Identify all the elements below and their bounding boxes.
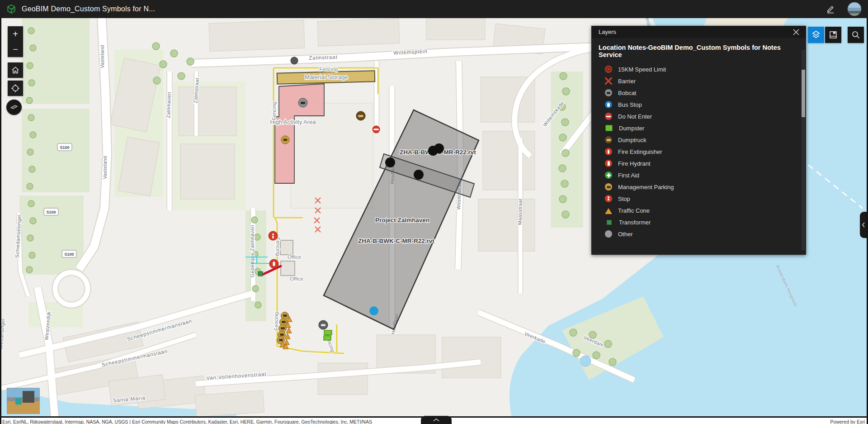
transformer-icon: [607, 220, 612, 225]
svg-text:Project Zalmhaven: Project Zalmhaven: [375, 217, 429, 224]
layers-panel-title: Layers: [599, 29, 616, 35]
home-button[interactable]: [8, 62, 23, 78]
locate-button[interactable]: [8, 81, 23, 96]
powered-by-esri: Powered by Esri: [830, 419, 866, 424]
stop-marker: [269, 231, 278, 240]
bobcat-icon: [605, 89, 612, 96]
fire-hydrant-icon: [605, 160, 612, 167]
search-icon[interactable]: [848, 27, 864, 43]
legend-item[interactable]: Bus Stop: [591, 99, 806, 110]
dumptruck-icon: [605, 136, 612, 143]
dumpster-icon: [605, 125, 613, 131]
bottom-panel-collapse-tab[interactable]: [421, 416, 452, 424]
svg-text:High Activity Area: High Activity Area: [270, 119, 316, 125]
geobim-logo-icon: [6, 4, 16, 14]
svg-text:Fencing: Fencing: [275, 238, 281, 256]
legend-item[interactable]: Fire Hydrant: [591, 157, 806, 169]
bus-stop-icon: [605, 101, 612, 108]
legend-item[interactable]: Management Parking: [591, 181, 806, 193]
compass-button[interactable]: [6, 100, 22, 115]
layers-panel-body: Location Notes-GeoBIM Demo_Custom Symbol…: [591, 38, 806, 255]
svg-text:Zalmhaven: Zalmhaven: [165, 92, 172, 118]
scrollbar-thumb[interactable]: [802, 70, 805, 117]
fire-hydrant-marker: [269, 259, 278, 268]
blue-point-marker: [369, 306, 378, 315]
legend-item[interactable]: 15KM Speed Limit: [591, 63, 806, 75]
pond: [580, 356, 591, 367]
bobcat-marker: [298, 98, 307, 107]
legend-heading: Location Notes-GeoBIM Demo_Custom Symbol…: [591, 44, 806, 63]
other-marker: [291, 57, 298, 64]
svg-text:S100: S100: [60, 145, 69, 150]
close-icon[interactable]: [791, 27, 802, 38]
svg-text:Fencing: Fencing: [320, 67, 338, 72]
barrier-icon: [605, 77, 612, 85]
transformer-marker: [258, 272, 263, 276]
svg-text:S100: S100: [46, 210, 56, 214]
svg-text:ZHA-B-BWK-C-MR-R22.rvt: ZHA-B-BWK-C-MR-R22.rvt: [358, 238, 434, 244]
zoom-in-button[interactable]: +: [8, 26, 23, 42]
svg-text:Vasteland: Vasteland: [99, 45, 105, 68]
legend-item[interactable]: First Aid: [591, 169, 806, 181]
do-not-enter-icon: [605, 113, 612, 120]
management-parking-marker: [281, 136, 289, 144]
zoom-widget: + −: [8, 26, 23, 57]
legend-item[interactable]: Dumptruck: [591, 134, 806, 146]
svg-text:Material Storage: Material Storage: [305, 74, 348, 81]
app-header: GeoBIM Demo_Custom Symbols for N...: [0, 0, 868, 18]
legend-item[interactable]: Bobcat: [591, 87, 806, 99]
dumptruck-marker: [356, 111, 365, 120]
svg-text:Gedempte Zalmhaven: Gedempte Zalmhaven: [250, 225, 255, 277]
legend-item[interactable]: Dumpster: [591, 122, 806, 134]
fire-extinguisher-icon: [605, 148, 612, 155]
legend-item[interactable]: Transformer: [591, 216, 806, 228]
svg-text:Zalmstraat: Zalmstraat: [309, 54, 338, 61]
svg-text:Office: Office: [288, 254, 301, 260]
layers-panel: Layers Location Notes-GeoBIM Demo_Custom…: [591, 26, 806, 255]
bookmark-tool-button[interactable]: [825, 27, 841, 43]
legend-list: 15KM Speed Limit Barrier Bobcat Bus Stop…: [591, 63, 806, 240]
legend-item[interactable]: Stop: [591, 193, 806, 205]
legend-item[interactable]: Barrier: [591, 75, 806, 87]
speed-limit-icon: [605, 66, 612, 73]
management-parking-icon: [605, 183, 612, 191]
traffic-cone-icon: [605, 208, 612, 214]
svg-text:Maasstraat: Maasstraat: [517, 199, 523, 225]
right-panel-collapse-tab[interactable]: [860, 212, 867, 238]
svg-text:S100: S100: [64, 252, 74, 257]
site-photo-thumbnail[interactable]: [7, 388, 39, 414]
map-canvas[interactable]: S100 S100 S100 Zalmstraat Willemsplein V…: [1, 18, 867, 416]
layers-tool-button[interactable]: [808, 27, 824, 43]
layers-panel-header: Layers: [591, 26, 806, 38]
legend-item[interactable]: Do Not Enter: [591, 110, 806, 122]
zoom-out-button[interactable]: −: [8, 42, 23, 57]
legend-item[interactable]: Fire Extinguisher: [591, 146, 806, 157]
svg-text:Fencing: Fencing: [271, 102, 277, 120]
first-aid-icon: [605, 172, 612, 179]
attribution-links[interactable]: Esri, EsriNL, Rijkswaterstaat, Intermap,…: [2, 419, 372, 424]
legend-item[interactable]: Other: [591, 228, 806, 240]
svg-text:Fencing: Fencing: [274, 312, 279, 331]
page-title: GeoBIM Demo_Custom Symbols for N...: [22, 5, 155, 13]
svg-text:Office: Office: [290, 276, 303, 281]
do-not-enter-marker: [372, 125, 381, 134]
edit-pencil-button[interactable]: [824, 2, 837, 16]
other-icon: [605, 230, 612, 238]
legend-item[interactable]: Traffic Cone: [591, 205, 806, 216]
bobcat-marker: [319, 320, 328, 329]
user-avatar[interactable]: [847, 2, 862, 16]
stop-icon: [605, 195, 612, 202]
geobim-app: GeoBIM Demo_Custom Symbols for N...: [0, 0, 868, 424]
svg-text:Vasteland: Vasteland: [102, 156, 108, 179]
